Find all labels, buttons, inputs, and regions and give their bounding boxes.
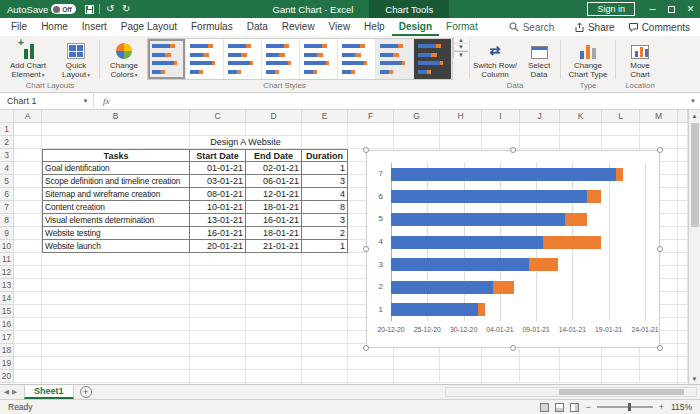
row-header-1[interactable]: 1: [0, 123, 14, 136]
column-header-E[interactable]: E: [302, 110, 348, 123]
cell-C19[interactable]: [190, 357, 246, 370]
chart-x-axis-label[interactable]: 20-12-20: [373, 326, 409, 333]
row-header-14[interactable]: 14: [0, 292, 14, 305]
column-header-L[interactable]: L: [602, 110, 640, 123]
cell-B5[interactable]: Scope definition and timeline creation: [42, 175, 190, 188]
column-header-A[interactable]: A: [14, 110, 42, 123]
cell-C16[interactable]: [190, 318, 246, 331]
cell-D15[interactable]: [246, 305, 302, 318]
cell-K20[interactable]: [560, 370, 602, 383]
chart-x-axis-label[interactable]: 30-12-20: [446, 326, 482, 333]
share-button[interactable]: Share: [574, 22, 615, 33]
cell-B3[interactable]: Tasks: [42, 149, 190, 162]
vertical-scrollbar[interactable]: ▲ ▼: [688, 110, 700, 384]
cell-A10[interactable]: [14, 240, 42, 253]
formula-bar-expand-icon[interactable]: ▼: [686, 98, 700, 104]
cell-B15[interactable]: [42, 305, 190, 318]
vertical-scrollbar-thumb[interactable]: [691, 123, 699, 227]
cell-F19[interactable]: [348, 357, 394, 370]
row-header-2[interactable]: 2: [0, 136, 14, 149]
cell-L19[interactable]: [602, 357, 640, 370]
cell-E9[interactable]: 2: [302, 227, 348, 240]
cell-A12[interactable]: [14, 266, 42, 279]
cell-G20[interactable]: [394, 370, 440, 383]
row-header-11[interactable]: 11: [0, 253, 14, 266]
search-box[interactable]: Search: [509, 22, 555, 33]
page-layout-view-button[interactable]: [555, 403, 564, 412]
row-header-12[interactable]: 12: [0, 266, 14, 279]
chart-x-axis-label[interactable]: 14-01-21: [554, 326, 590, 333]
new-sheet-button[interactable]: +: [80, 386, 92, 398]
chart-y-axis-label[interactable]: 5: [367, 214, 383, 223]
cell-D11[interactable]: [246, 253, 302, 266]
cell-C4[interactable]: 01-01-21: [190, 162, 246, 175]
chart-style-option-6[interactable]: [338, 39, 376, 79]
cell-E18[interactable]: [302, 344, 348, 357]
chart-resize-handle[interactable]: [510, 345, 516, 351]
cell-A8[interactable]: [14, 214, 42, 227]
chart-style-option-3[interactable]: [224, 39, 262, 79]
row-header-20[interactable]: 20: [0, 370, 14, 383]
cell-B17[interactable]: [42, 331, 190, 344]
cell-C1[interactable]: [190, 123, 246, 136]
cell-D17[interactable]: [246, 331, 302, 344]
tab-view[interactable]: View: [322, 18, 358, 36]
cell-B10[interactable]: Website launch: [42, 240, 190, 253]
row-header-10[interactable]: 10: [0, 240, 14, 253]
cell-M1[interactable]: [640, 123, 678, 136]
cell-D7[interactable]: 18-01-21: [246, 201, 302, 214]
cell-F20[interactable]: [348, 370, 394, 383]
gantt-chart-canvas[interactable]: 20-12-2025-12-2030-12-2004-01-2109-01-21…: [366, 150, 660, 348]
gantt-duration-bar[interactable]: [543, 236, 601, 249]
cell-E13[interactable]: [302, 279, 348, 292]
chart-tools-contextual-tab[interactable]: Chart Tools: [369, 0, 449, 18]
cell-A15[interactable]: [14, 305, 42, 318]
cell-D13[interactable]: [246, 279, 302, 292]
column-header-J[interactable]: J: [520, 110, 560, 123]
redo-button[interactable]: ↻: [118, 0, 134, 18]
tab-review[interactable]: Review: [275, 18, 322, 36]
cell-C13[interactable]: [190, 279, 246, 292]
cell-A2[interactable]: [14, 136, 42, 149]
tab-insert[interactable]: Insert: [75, 18, 114, 36]
cell-C11[interactable]: [190, 253, 246, 266]
row-header-9[interactable]: 9: [0, 227, 14, 240]
chart-resize-handle[interactable]: [363, 345, 369, 351]
cell-E5[interactable]: 3: [302, 175, 348, 188]
column-header-B[interactable]: B: [42, 110, 190, 123]
zoom-in-button[interactable]: +: [659, 402, 664, 412]
cell-D5[interactable]: 06-01-21: [246, 175, 302, 188]
cell-B9[interactable]: Website testing: [42, 227, 190, 240]
cell-K1[interactable]: [560, 123, 602, 136]
select-data-button[interactable]: Select Data: [519, 37, 559, 79]
cell-B20[interactable]: [42, 370, 190, 383]
chart-resize-handle[interactable]: [657, 345, 663, 351]
horizontal-scrollbar-thumb[interactable]: [559, 389, 684, 395]
gantt-offset-bar[interactable]: [391, 190, 587, 203]
cell-L2[interactable]: [602, 136, 640, 149]
cell-F2[interactable]: [348, 136, 394, 149]
minimize-button[interactable]: ─: [643, 0, 662, 18]
cell-C8[interactable]: 13-01-21: [190, 214, 246, 227]
cell-E8[interactable]: 3: [302, 214, 348, 227]
column-header-K[interactable]: K: [560, 110, 602, 123]
gantt-offset-bar[interactable]: [391, 236, 543, 249]
formula-input[interactable]: [119, 93, 687, 109]
row-header-5[interactable]: 5: [0, 175, 14, 188]
cell-C15[interactable]: [190, 305, 246, 318]
column-header-I[interactable]: I: [482, 110, 520, 123]
gantt-duration-bar[interactable]: [616, 168, 623, 181]
cell-E1[interactable]: [302, 123, 348, 136]
chart-y-axis-label[interactable]: 4: [367, 237, 383, 246]
scroll-up-icon[interactable]: ▲: [689, 110, 700, 121]
zoom-slider-knob[interactable]: [628, 403, 631, 411]
cell-I20[interactable]: [482, 370, 520, 383]
cell-E7[interactable]: 8: [302, 201, 348, 214]
cell-A17[interactable]: [14, 331, 42, 344]
cell-B6[interactable]: Sitemap and wireframe creation: [42, 188, 190, 201]
cell-A3[interactable]: [14, 149, 42, 162]
cell-D18[interactable]: [246, 344, 302, 357]
cell-D3[interactable]: End Date: [246, 149, 302, 162]
cell-M20[interactable]: [640, 370, 678, 383]
cell-J19[interactable]: [520, 357, 560, 370]
